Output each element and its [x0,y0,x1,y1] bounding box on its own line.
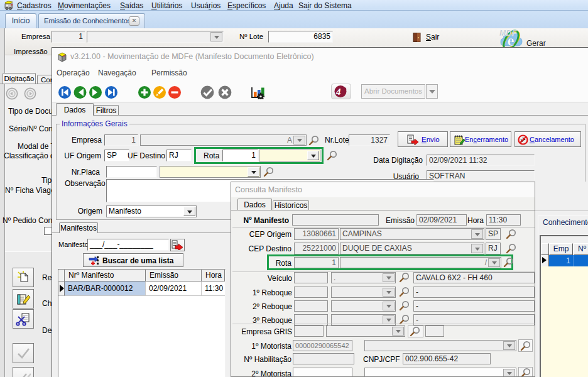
svg-text:¢: ¢ [342,86,346,92]
svg-text:4: 4 [335,87,341,97]
svg-text:MDF: MDF [499,30,517,38]
